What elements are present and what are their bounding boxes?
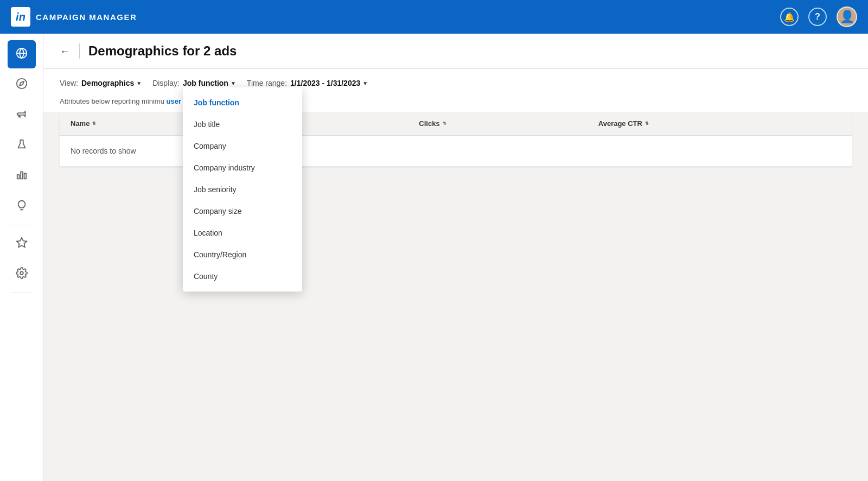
empty-row: No records to show <box>60 136 852 167</box>
back-button[interactable]: ← <box>60 45 71 58</box>
svg-rect-6 <box>24 173 26 179</box>
lightbulb-icon <box>16 199 28 214</box>
dropdown-item-company[interactable]: Company <box>183 135 302 157</box>
dropdown-item-company-size[interactable]: Company size <box>183 200 302 222</box>
sidebar-item-globe[interactable] <box>8 40 36 68</box>
page-title: Demographics for 2 ads <box>88 43 237 59</box>
dropdown-item-job-seniority[interactable]: Job seniority <box>183 179 302 200</box>
megaphone-icon <box>16 108 28 123</box>
dropdown-item-location[interactable]: Location <box>183 222 302 244</box>
view-value: Demographics <box>81 79 134 87</box>
col-clicks-sort-icon: ⇅ <box>443 122 446 126</box>
time-range-chevron-down-icon: ▼ <box>362 80 368 86</box>
user-avatar[interactable]: 👤 <box>837 7 857 27</box>
linkedin-logo: in <box>11 7 30 27</box>
data-table: Name ⇅ Imp… ⇅ Clicks <box>60 112 852 167</box>
col-avg-ctr-sort-icon: ⇅ <box>645 122 649 126</box>
svg-rect-5 <box>21 172 23 179</box>
col-clicks-label: Clicks <box>419 119 439 128</box>
view-dropdown-trigger[interactable]: Demographics ▼ <box>81 79 142 87</box>
bell-icon: 🔔 <box>784 12 795 22</box>
shapes-icon <box>16 237 28 251</box>
svg-rect-4 <box>17 175 19 179</box>
sidebar-item-gear[interactable] <box>8 260 36 288</box>
time-range-selector: Time range: 1/1/2023 - 1/31/2023 ▼ <box>247 79 368 87</box>
sidebar-item-flask[interactable] <box>8 131 36 160</box>
display-label: Display: <box>152 79 180 87</box>
view-chevron-down-icon: ▼ <box>136 80 142 86</box>
nav-actions: 🔔 ? 👤 <box>780 7 857 27</box>
display-chevron-down-icon: ▼ <box>231 80 236 86</box>
dropdown-item-job-title[interactable]: Job title <box>183 113 302 135</box>
col-name-sort-icon: ⇅ <box>92 122 96 126</box>
time-range-value: 1/1/2023 - 1/31/2023 <box>290 79 360 87</box>
toolbar: View: Demographics ▼ Display: Job functi… <box>43 69 868 97</box>
dropdown-item-company-industry[interactable]: Company industry <box>183 157 302 179</box>
table-body: No records to show <box>60 136 852 167</box>
notifications-button[interactable]: 🔔 <box>780 8 799 26</box>
table-header: Name ⇅ Imp… ⇅ Clicks <box>60 112 852 136</box>
back-arrow-icon: ← <box>60 45 71 57</box>
help-button[interactable]: ? <box>808 8 827 26</box>
svg-marker-3 <box>20 81 24 86</box>
sidebar-item-compass[interactable] <box>8 71 36 99</box>
col-clicks[interactable]: Clicks ⇅ <box>408 112 587 136</box>
display-dropdown-trigger[interactable]: Job function ▼ <box>183 79 236 87</box>
page-header: ← Demographics for 2 ads <box>43 34 868 69</box>
sidebar-item-bulb[interactable] <box>8 192 36 220</box>
display-value: Job function <box>183 79 228 87</box>
sidebar-item-megaphone[interactable] <box>8 101 36 129</box>
view-selector: View: Demographics ▼ <box>60 79 142 87</box>
svg-point-8 <box>20 271 23 275</box>
view-label: View: <box>60 79 78 87</box>
svg-point-2 <box>16 78 26 88</box>
no-records-message: No records to show <box>60 136 852 167</box>
info-text: Attributes below reporting minimu user p… <box>43 97 868 112</box>
info-text-content: Attributes below reporting minimu <box>60 97 164 105</box>
table-container: Name ⇅ Imp… ⇅ Clicks <box>43 112 868 481</box>
content-area: ← Demographics for 2 ads View: Demograph… <box>43 34 868 481</box>
top-nav: in CAMPAIGN MANAGER 🔔 ? 👤 <box>0 0 868 34</box>
sidebar-divider-1 <box>11 225 33 225</box>
sidebar-divider-2 <box>11 293 33 293</box>
time-range-label: Time range: <box>247 79 287 87</box>
bar-chart-icon <box>16 169 28 183</box>
display-dropdown-wrapper: Job function ▼ Job function Job title Co… <box>183 79 236 87</box>
gear-icon <box>16 267 28 282</box>
col-avg-ctr-label: Average CTR <box>598 119 642 128</box>
display-selector: Display: Job function ▼ Job function Job… <box>152 79 236 87</box>
display-dropdown-menu: Job function Job title Company Company i… <box>183 87 302 292</box>
svg-marker-7 <box>16 237 26 246</box>
col-avg-ctr[interactable]: Average CTR ⇅ <box>588 112 852 136</box>
dropdown-item-county[interactable]: County <box>183 265 302 287</box>
app-name: CAMPAIGN MANAGER <box>36 12 137 22</box>
globe-icon <box>16 47 28 62</box>
header-divider <box>79 43 80 59</box>
sidebar-item-chart[interactable] <box>8 162 36 190</box>
col-name-label: Name <box>71 119 90 128</box>
flask-icon <box>16 138 28 153</box>
dropdown-item-country-region[interactable]: Country/Region <box>183 244 302 265</box>
avatar-image: 👤 <box>840 10 854 24</box>
brand: in CAMPAIGN MANAGER <box>11 7 137 27</box>
sidebar-item-shapes[interactable] <box>8 230 36 258</box>
dropdown-item-job-function[interactable]: Job function <box>183 92 302 113</box>
help-icon: ? <box>815 12 820 22</box>
compass-icon <box>16 78 28 92</box>
time-range-dropdown-trigger[interactable]: 1/1/2023 - 1/31/2023 ▼ <box>290 79 368 87</box>
sidebar <box>0 34 43 481</box>
